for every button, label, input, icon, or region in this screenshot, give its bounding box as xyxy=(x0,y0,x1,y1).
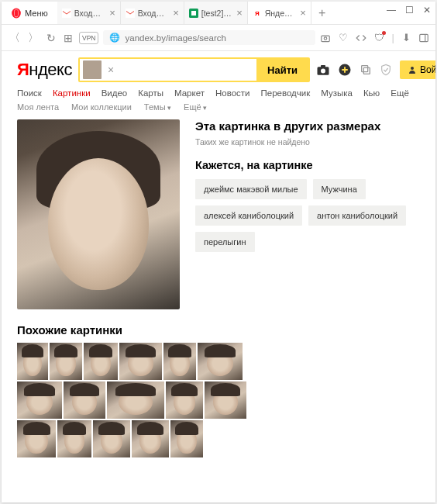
shield-icon[interactable]: 🛡 xyxy=(374,32,384,43)
url-box[interactable]: 🌐 yandex.by/images/search xyxy=(103,30,315,45)
similar-thumb[interactable] xyxy=(166,381,203,419)
subnav-more[interactable]: Ещё xyxy=(184,102,207,112)
svg-rect-6 xyxy=(191,11,196,16)
nav-translate[interactable]: Переводчик xyxy=(261,88,311,98)
vpn-badge[interactable]: VPN xyxy=(79,32,98,44)
gmail-icon xyxy=(62,9,71,18)
tab-label: Яндекс.Кар xyxy=(265,9,295,18)
nav-images[interactable]: Картинки xyxy=(53,88,91,98)
minimize-button[interactable]: — xyxy=(387,5,396,16)
other-sizes-subtitle: Таких же картинок не найдено xyxy=(195,137,420,147)
similar-thumb[interactable] xyxy=(57,420,91,457)
globe-icon: 🌐 xyxy=(109,33,120,43)
source-image[interactable] xyxy=(17,119,180,309)
similar-thumb[interactable] xyxy=(170,420,203,457)
code-icon[interactable] xyxy=(356,33,366,43)
tab-label: [test2] Mail xyxy=(201,9,232,18)
similar-thumb[interactable] xyxy=(205,381,246,419)
login-button[interactable]: Войти xyxy=(400,60,435,79)
similar-thumb[interactable] xyxy=(64,381,105,419)
svg-point-10 xyxy=(324,36,327,40)
heart-icon[interactable]: ♡ xyxy=(339,32,348,43)
subnav-themes[interactable]: Темы xyxy=(144,102,171,112)
tab-2[interactable]: Входящие ( × xyxy=(121,2,184,24)
tab-1[interactable]: Входящие × xyxy=(57,2,121,24)
similar-thumb[interactable] xyxy=(132,420,169,457)
nav-video[interactable]: Видео xyxy=(102,88,128,98)
download-icon[interactable]: ⬇ xyxy=(402,32,411,43)
maximize-button[interactable]: ☐ xyxy=(405,5,414,16)
svg-rect-11 xyxy=(420,34,428,41)
subnav-feed[interactable]: Моя лента xyxy=(17,102,59,112)
page-content: Яндекс × Найти Войти Поиск Картин xyxy=(2,51,435,502)
url-text: yandex.by/images/search xyxy=(125,33,225,43)
svg-rect-15 xyxy=(321,65,325,67)
safe-search-icon[interactable] xyxy=(380,63,392,77)
search-button[interactable]: Найти xyxy=(256,59,308,81)
tab-4[interactable]: Я Яндекс.Кар × xyxy=(248,2,311,24)
similar-thumb[interactable] xyxy=(17,420,56,457)
close-window-button[interactable]: ✕ xyxy=(423,5,431,16)
similar-grid xyxy=(17,343,249,457)
tab-label: Входящие ( xyxy=(138,9,168,18)
close-icon[interactable]: × xyxy=(300,7,306,19)
search-input[interactable] xyxy=(117,64,256,76)
speed-dial-button[interactable]: ⊞ xyxy=(62,30,74,46)
clear-image-icon[interactable]: × xyxy=(105,64,117,76)
titlebar: Меню Входящие × Входящие ( × [test2] Mai… xyxy=(2,2,435,25)
tag-list: джеймс макэвой милые Мужчина алексей кан… xyxy=(195,179,420,252)
logo-y: Я xyxy=(17,60,29,80)
close-icon[interactable]: × xyxy=(173,7,179,19)
tab-3[interactable]: [test2] Mail × xyxy=(184,2,248,24)
similar-thumb[interactable] xyxy=(198,343,243,380)
nav-music[interactable]: Музыка xyxy=(321,88,353,98)
similar-thumb[interactable] xyxy=(17,343,48,380)
similar-thumb[interactable] xyxy=(119,343,162,380)
sub-nav: Моя лента Мои коллекции Темы Ещё xyxy=(17,102,420,112)
svg-point-14 xyxy=(321,69,325,74)
new-tab-button[interactable]: + xyxy=(311,2,333,24)
user-icon xyxy=(408,65,417,74)
sidebar-toggle-icon[interactable] xyxy=(418,33,429,43)
svg-point-2 xyxy=(15,9,19,16)
nav-more[interactable]: Ещё xyxy=(391,88,409,98)
tag-item[interactable]: Мужчина xyxy=(313,179,366,199)
svg-rect-9 xyxy=(321,36,329,42)
tag-item[interactable]: джеймс макэвой милые xyxy=(195,179,307,199)
similar-thumb[interactable] xyxy=(84,343,118,380)
tab-strip: Входящие × Входящие ( × [test2] Mail × Я… xyxy=(57,2,432,24)
login-label: Войти xyxy=(420,64,435,75)
copy-icon[interactable] xyxy=(360,64,372,76)
nav-maps[interactable]: Карты xyxy=(138,88,163,98)
similar-thumb[interactable] xyxy=(93,420,130,457)
close-icon[interactable]: × xyxy=(109,7,115,19)
camera-icon[interactable] xyxy=(316,63,330,77)
search-image-thumb[interactable] xyxy=(83,60,102,79)
nav-search[interactable]: Поиск xyxy=(17,88,42,98)
similar-thumb[interactable] xyxy=(107,381,164,419)
nav-q[interactable]: Кью xyxy=(363,88,380,98)
similar-thumb[interactable] xyxy=(163,343,196,380)
forward-button[interactable]: 〉 xyxy=(26,29,40,47)
similar-thumb[interactable] xyxy=(17,381,62,419)
yandex-icon: Я xyxy=(253,9,262,18)
svg-rect-17 xyxy=(363,67,370,74)
yandex-logo[interactable]: Яндекс xyxy=(17,60,72,80)
nav-market[interactable]: Маркет xyxy=(174,88,205,98)
browser-menu-button[interactable]: Меню xyxy=(5,6,54,20)
similar-thumb[interactable] xyxy=(50,343,82,380)
collections-add-icon[interactable] xyxy=(338,63,352,77)
tag-item[interactable]: перелыгин xyxy=(195,232,255,252)
looks-like-title: Кажется, на картинке xyxy=(195,159,420,171)
tag-item[interactable]: алексей каниболоцкий xyxy=(195,205,302,226)
close-icon[interactable]: × xyxy=(236,7,243,19)
tag-item[interactable]: антон каниболоцкий xyxy=(308,205,406,226)
back-button[interactable]: 〈 xyxy=(8,29,22,47)
tab-label: Входящие xyxy=(74,9,105,18)
reload-button[interactable]: ↻ xyxy=(45,30,57,46)
subnav-collections[interactable]: Мои коллекции xyxy=(71,102,132,112)
nav-news[interactable]: Новости xyxy=(215,88,250,98)
address-bar: 〈 〉 ↻ ⊞ VPN 🌐 yandex.by/images/search ♡ … xyxy=(2,25,435,51)
camera-toolbar-icon[interactable] xyxy=(320,33,331,43)
sheets-icon xyxy=(189,9,198,18)
